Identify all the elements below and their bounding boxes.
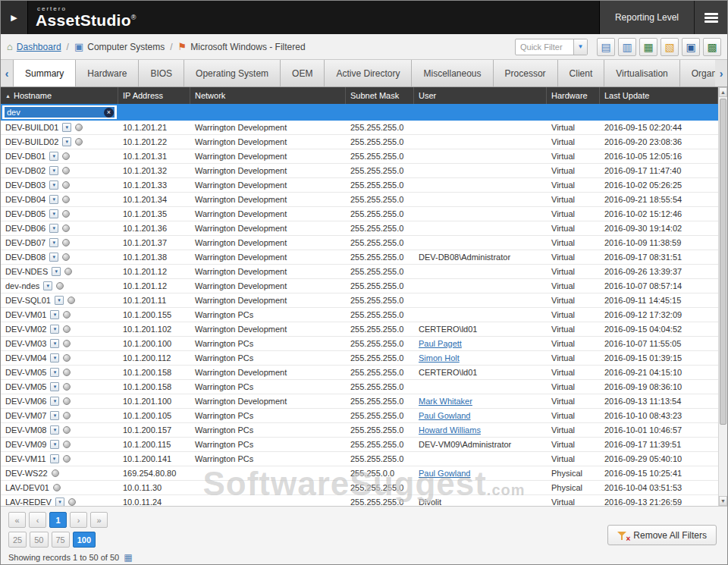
previous-page-button[interactable]: ‹ — [29, 512, 46, 528]
export-report-button[interactable]: ▥ — [618, 38, 636, 56]
row-actions-dropdown-icon[interactable]: ▾ — [50, 425, 59, 435]
table-row[interactable]: DEV-VM09▾10.1.200.115Warrington PCs255.2… — [1, 438, 718, 452]
row-actions-dropdown-icon[interactable]: ▾ — [50, 454, 59, 463]
table-row[interactable]: DEV-DB07▾10.1.201.37Warrington Developme… — [1, 236, 718, 250]
user-link[interactable]: Simon Holt — [419, 353, 460, 363]
column-header-subnet-mask[interactable]: Subnet Mask — [346, 87, 414, 104]
table-row[interactable]: DEV-DB01▾10.1.201.31Warrington Developme… — [1, 149, 718, 164]
row-actions-dropdown-icon[interactable]: ▾ — [49, 195, 58, 204]
row-actions-dropdown-icon[interactable]: ▾ — [50, 310, 59, 319]
page-number-button[interactable]: 1 — [49, 512, 67, 528]
tab-scroll-left-icon[interactable]: ‹ — [1, 60, 13, 86]
remove-all-filters-button[interactable]: × Remove All Filters — [607, 525, 717, 545]
next-page-button[interactable]: › — [70, 512, 87, 528]
table-row[interactable]: DEV-DB05▾10.1.201.35Warrington Developme… — [1, 207, 718, 221]
scroll-down-icon[interactable]: ▼ — [719, 496, 727, 506]
row-actions-dropdown-icon[interactable]: ▾ — [62, 123, 71, 132]
tab-oem[interactable]: OEM — [281, 60, 325, 86]
first-page-button[interactable]: « — [8, 512, 26, 528]
row-actions-dropdown-icon[interactable]: ▾ — [43, 281, 52, 290]
row-actions-dropdown-icon[interactable]: ▾ — [49, 253, 58, 262]
row-actions-dropdown-icon[interactable]: ▾ — [50, 368, 59, 377]
excel-export-button[interactable]: ▦ — [639, 38, 657, 56]
user-link[interactable]: Mark Whitaker — [419, 397, 472, 406]
table-row[interactable]: DEV-VM11▾10.1.200.141Warrington PCs255.2… — [1, 452, 718, 466]
tab-hardware[interactable]: Hardware — [76, 60, 139, 86]
table-row[interactable]: DEV-DB03▾10.1.201.33Warrington Developme… — [1, 178, 718, 193]
tab-summary[interactable]: Summary — [13, 60, 76, 86]
breadcrumb-item-computer-systems[interactable]: ▣ Computer Systems — [74, 41, 165, 52]
table-row[interactable]: DEV-VM02▾10.1.201.102Warrington Developm… — [1, 322, 718, 337]
table-row[interactable]: DEV-BUILD01▾10.1.201.21Warrington Develo… — [1, 121, 718, 135]
row-actions-dropdown-icon[interactable]: ▾ — [49, 152, 58, 161]
row-actions-dropdown-icon[interactable]: ▾ — [52, 267, 61, 276]
table-row[interactable]: DEV-BUILD02▾10.1.201.22Warrington Develo… — [1, 135, 718, 149]
tab-processor[interactable]: Processor — [494, 60, 558, 86]
scroll-up-icon[interactable]: ▲ — [719, 87, 727, 97]
table-row[interactable]: DEV-VM05▾10.1.200.158Warrington PCs255.2… — [1, 380, 718, 394]
table-row[interactable]: LAV-DEV0110.0.11.30255.255.255.0Physical… — [1, 481, 718, 495]
column-header-hostname[interactable]: ▲Hostname — [1, 87, 118, 104]
row-actions-dropdown-icon[interactable]: ▾ — [62, 137, 71, 146]
row-actions-dropdown-icon[interactable]: ▾ — [50, 411, 59, 420]
last-page-button[interactable]: » — [90, 512, 108, 528]
table-row[interactable]: DEV-VM03▾10.1.200.100Warrington PCs255.2… — [1, 337, 718, 351]
breadcrumb-item-microsoft-windows-filtered[interactable]: ⚑ Microsoft Windows - Filtered — [178, 41, 306, 52]
row-actions-dropdown-icon[interactable]: ▾ — [55, 498, 64, 506]
column-header-ip-address[interactable]: IP Address — [118, 87, 190, 104]
tab-bios[interactable]: BIOS — [139, 60, 184, 86]
row-actions-dropdown-icon[interactable]: ▾ — [50, 353, 59, 363]
row-actions-dropdown-icon[interactable]: ▾ — [50, 339, 59, 348]
records-grid-icon[interactable]: ▦ — [124, 552, 132, 563]
page-size-75-button[interactable]: 75 — [52, 532, 70, 548]
table-row[interactable]: DEV-VM08▾10.1.200.157Warrington PCs255.2… — [1, 423, 718, 438]
sidebar-toggle-button[interactable]: ▶ — [1, 1, 28, 34]
table-row[interactable]: DEV-VM06▾10.1.201.100Warrington Developm… — [1, 394, 718, 409]
reporting-level-button[interactable]: Reporting Level — [599, 1, 694, 34]
table-row[interactable]: DEV-NDES▾10.1.201.12Warrington Developme… — [1, 265, 718, 279]
table-row[interactable]: DEV-VM01▾10.1.200.155Warrington PCs255.2… — [1, 308, 718, 322]
user-link[interactable]: Paul Pagett — [419, 339, 462, 348]
user-link[interactable]: Paul Gowland — [419, 411, 471, 420]
user-link[interactable]: Howard Williams — [419, 425, 481, 435]
row-actions-dropdown-icon[interactable]: ▾ — [49, 180, 58, 190]
menu-button[interactable] — [694, 1, 727, 34]
row-actions-dropdown-icon[interactable]: ▾ — [50, 382, 59, 391]
tab-client[interactable]: Client — [558, 60, 605, 86]
page-size-50-button[interactable]: 50 — [30, 532, 48, 548]
table-row[interactable]: DEV-DB08▾10.1.201.38Warrington Developme… — [1, 250, 718, 265]
tab-virtualisation[interactable]: Virtualisation — [604, 60, 679, 86]
save-layout-button[interactable]: ▩ — [703, 38, 721, 56]
row-actions-dropdown-icon[interactable]: ▾ — [50, 440, 59, 449]
row-actions-dropdown-icon[interactable]: ▾ — [55, 296, 64, 305]
save-button[interactable]: ▣ — [682, 38, 700, 56]
table-row[interactable]: DEV-VM04▾10.1.200.112Warrington PCs255.2… — [1, 351, 718, 366]
table-row[interactable]: DEV-VM07▾10.1.200.105Warrington PCs255.2… — [1, 409, 718, 423]
column-header-user[interactable]: User — [414, 87, 547, 104]
tab-operating-system[interactable]: Operating System — [184, 60, 281, 86]
chevron-down-icon[interactable]: ▼ — [573, 39, 587, 55]
row-actions-dropdown-icon[interactable]: ▾ — [49, 238, 58, 247]
table-row[interactable]: DEV-DB06▾10.1.201.36Warrington Developme… — [1, 221, 718, 236]
page-size-100-button[interactable]: 100 — [73, 532, 96, 548]
tab-active-directory[interactable]: Active Directory — [325, 60, 412, 86]
clear-filter-icon[interactable]: × — [104, 108, 114, 118]
table-row[interactable]: DEV-VM05▾10.1.200.158Warrington Developm… — [1, 366, 718, 380]
user-link[interactable]: Paul Gowland — [419, 469, 471, 478]
tab-scroll-right-icon[interactable]: › — [715, 60, 727, 86]
scrollbar-thumb[interactable] — [720, 99, 726, 425]
page-size-25-button[interactable]: 25 — [8, 532, 27, 548]
breadcrumb-item-dashboard[interactable]: ⌂ Dashboard — [7, 41, 61, 52]
scrollbar-track[interactable] — [719, 97, 727, 496]
pdf-export-button[interactable]: ▧ — [661, 38, 679, 56]
column-header-network[interactable]: Network — [190, 87, 346, 104]
tab-organization[interactable]: Organization — [680, 60, 715, 86]
table-row[interactable]: DEV-DB04▾10.1.201.34Warrington Developme… — [1, 193, 718, 207]
report-button[interactable]: ▤ — [597, 38, 615, 56]
table-row[interactable]: DEV-WS22169.254.80.80255.255.0.0Paul Gow… — [1, 466, 718, 481]
column-header-last-update[interactable]: Last Update — [600, 87, 718, 104]
row-actions-dropdown-icon[interactable]: ▾ — [49, 209, 58, 218]
quick-filter-dropdown[interactable]: Quick Filter ▼ — [515, 39, 588, 55]
row-actions-dropdown-icon[interactable]: ▾ — [49, 166, 58, 175]
row-actions-dropdown-icon[interactable]: ▾ — [50, 397, 59, 406]
